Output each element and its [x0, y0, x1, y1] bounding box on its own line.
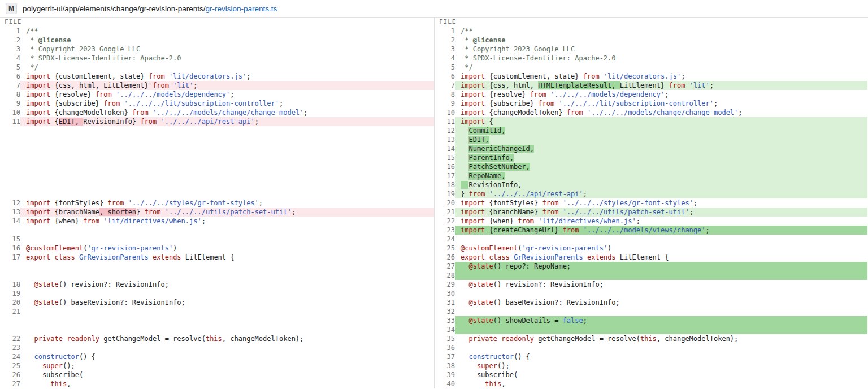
line-number[interactable]: 27 — [435, 262, 455, 271]
code-line: @state() repo?: RepoName; — [455, 262, 867, 271]
line-number[interactable]: 21 — [435, 208, 455, 217]
line-number[interactable]: 5 — [0, 63, 20, 72]
line-number[interactable]: 10 — [435, 108, 455, 117]
line-number[interactable]: 38 — [435, 361, 455, 370]
line-number[interactable]: 2 — [435, 36, 455, 45]
line-number[interactable]: 13 — [0, 208, 20, 217]
line-number[interactable]: 18 — [0, 280, 20, 289]
line-number[interactable]: 20 — [435, 198, 455, 208]
line-number[interactable]: 6 — [435, 72, 455, 81]
code-token: RevisionInfo} — [83, 118, 140, 126]
code-token: ; — [202, 217, 206, 225]
diff-row: 20 @state() baseRevision?: RevisionInfo; — [0, 298, 434, 307]
line-number[interactable]: 12 — [435, 126, 455, 135]
line-number[interactable]: 39 — [435, 370, 455, 379]
line-number[interactable]: 29 — [435, 280, 455, 289]
line-number[interactable]: 22 — [0, 334, 20, 343]
code-line: * @license — [20, 36, 434, 45]
code-token: EDIT, — [468, 136, 489, 144]
diff-row: 6import {customElement, state} from 'lit… — [0, 72, 434, 81]
file-name-link[interactable]: gr-revision-parents.ts — [205, 5, 277, 13]
line-number[interactable]: 22 — [435, 217, 455, 226]
line-number[interactable]: 8 — [435, 90, 455, 99]
line-number[interactable]: 11 — [0, 117, 20, 126]
line-number[interactable]: 10 — [0, 108, 20, 117]
line-number[interactable]: 19 — [435, 189, 455, 198]
line-number[interactable]: 25 — [0, 361, 20, 370]
diff-row — [0, 171, 434, 180]
diff-filler — [20, 162, 434, 171]
file-row-left[interactable]: FILE — [0, 18, 434, 27]
line-number[interactable]: 18 — [435, 180, 455, 189]
line-number[interactable]: 17 — [0, 253, 20, 262]
line-number[interactable]: 15 — [0, 235, 20, 244]
line-number[interactable]: 4 — [435, 54, 455, 63]
line-number[interactable]: 26 — [0, 370, 20, 379]
diff-filler — [20, 153, 434, 162]
line-number[interactable]: 9 — [435, 99, 455, 108]
line-number[interactable]: 4 — [0, 54, 20, 63]
line-number[interactable]: 12 — [0, 198, 20, 208]
line-number[interactable]: 14 — [435, 144, 455, 153]
line-number[interactable]: 34 — [435, 325, 455, 334]
code-token: () { — [514, 353, 530, 361]
diff-row: 8import {resolve} from '../../../models/… — [435, 90, 867, 99]
line-number[interactable]: 8 — [0, 90, 20, 99]
code-token: import — [26, 217, 50, 225]
line-number[interactable]: 33 — [435, 316, 455, 325]
line-number[interactable]: 32 — [435, 307, 455, 316]
code-token: ; — [230, 90, 234, 98]
code-token: ; — [583, 317, 587, 325]
line-number[interactable]: 19 — [0, 289, 20, 298]
line-number[interactable]: 36 — [435, 343, 455, 352]
line-number[interactable]: 14 — [0, 217, 20, 226]
code-token — [160, 208, 164, 216]
code-token: EDIT, — [59, 118, 83, 126]
code-token: 'lit' — [173, 81, 193, 89]
line-number[interactable]: 37 — [435, 352, 455, 361]
line-number[interactable]: 31 — [435, 298, 455, 307]
diff-row: 4 * SPDX-License-Identifier: Apache-2.0 — [435, 54, 867, 63]
line-number[interactable]: 23 — [0, 343, 20, 352]
code-token: {changeModelToken} — [485, 109, 567, 116]
line-number[interactable]: 35 — [435, 334, 455, 343]
line-number[interactable]: 24 — [435, 235, 455, 244]
line-number[interactable]: 1 — [435, 27, 455, 36]
line-number — [0, 262, 20, 271]
line-number[interactable]: 20 — [0, 298, 20, 307]
line-number[interactable]: 1 — [0, 27, 20, 36]
line-number[interactable]: 6 — [0, 72, 20, 81]
code-line — [455, 289, 867, 298]
line-number[interactable]: 40 — [435, 379, 455, 388]
line-number[interactable]: 15 — [435, 153, 455, 162]
line-number[interactable]: 9 — [0, 99, 20, 108]
code-line: @customElement('gr-revision-parents') — [20, 244, 434, 253]
line-number[interactable]: 25 — [435, 244, 455, 253]
line-number[interactable]: 11 — [435, 117, 455, 126]
line-number[interactable]: 16 — [0, 244, 20, 253]
line-number[interactable]: 27 — [0, 379, 20, 388]
line-number[interactable]: 13 — [435, 135, 455, 144]
diff-row: 11import {EDIT, RevisionInfo} from '../.… — [0, 117, 434, 126]
code-token: import — [26, 208, 50, 216]
line-number[interactable]: 23 — [435, 226, 455, 235]
line-number[interactable]: 17 — [435, 171, 455, 180]
line-number[interactable]: 28 — [435, 271, 455, 280]
line-number[interactable]: 3 — [435, 45, 455, 54]
line-number[interactable]: 5 — [435, 63, 455, 72]
file-row-right[interactable]: FILE — [435, 18, 867, 27]
code-token — [600, 72, 604, 80]
line-number[interactable]: 24 — [0, 352, 20, 361]
line-number[interactable]: 7 — [0, 81, 20, 90]
diff-pane-right: FILE 1/**2 * @license3 * Copyright 2023 … — [434, 18, 867, 388]
line-number[interactable]: 7 — [435, 81, 455, 90]
line-number[interactable]: 30 — [435, 289, 455, 298]
diff-row: 17export class GrRevisionParents extends… — [0, 253, 434, 262]
code-token: (); — [63, 362, 75, 370]
line-number[interactable]: 3 — [0, 45, 20, 54]
line-number[interactable]: 16 — [435, 162, 455, 171]
line-number[interactable]: 21 — [0, 307, 20, 316]
code-token: super — [477, 362, 497, 370]
line-number[interactable]: 2 — [0, 36, 20, 45]
line-number[interactable]: 26 — [435, 253, 455, 262]
